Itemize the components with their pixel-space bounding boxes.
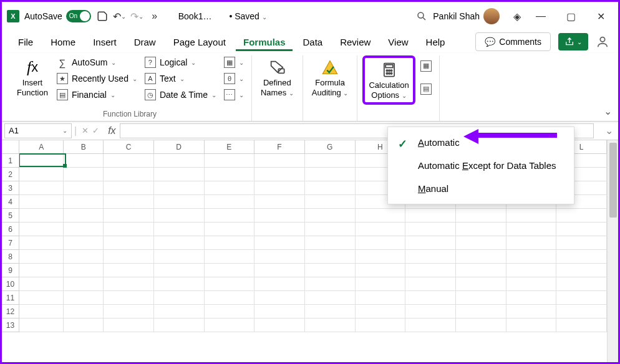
lookup-button[interactable]: ▦⌄ xyxy=(221,55,246,69)
cell[interactable] xyxy=(356,209,406,223)
cell[interactable] xyxy=(104,318,154,332)
cell[interactable] xyxy=(154,277,205,291)
cell[interactable] xyxy=(254,168,305,181)
cell[interactable] xyxy=(205,305,255,318)
cell[interactable] xyxy=(506,305,557,318)
cell[interactable] xyxy=(254,223,305,236)
cell[interactable] xyxy=(64,195,104,209)
cell[interactable] xyxy=(556,209,607,223)
cell[interactable] xyxy=(556,250,607,264)
cell[interactable] xyxy=(64,209,104,223)
cell[interactable] xyxy=(254,195,305,209)
cell[interactable] xyxy=(556,277,607,291)
cell[interactable] xyxy=(205,168,255,181)
saved-status[interactable]: • Saved ⌄ xyxy=(229,11,266,21)
vertical-scrollbar[interactable] xyxy=(607,140,618,362)
cell[interactable] xyxy=(19,305,64,318)
cell[interactable] xyxy=(254,154,305,168)
financial-button[interactable]: ▤Financial ⌄ xyxy=(54,88,140,102)
cell[interactable] xyxy=(154,195,205,209)
redo-icon[interactable]: ↷ ⌄ xyxy=(131,10,143,22)
row-header[interactable]: 5 xyxy=(2,209,19,223)
tab-review[interactable]: Review xyxy=(332,33,378,51)
close-button[interactable]: ✕ xyxy=(588,4,613,29)
cell[interactable] xyxy=(456,291,506,305)
expand-formula-bar-icon[interactable]: ⌄ xyxy=(600,125,618,136)
cell[interactable] xyxy=(19,209,64,223)
cell[interactable] xyxy=(64,181,104,195)
menu-item-automatic[interactable]: Automatic xyxy=(388,131,574,154)
cell[interactable] xyxy=(19,318,64,332)
tab-home[interactable]: Home xyxy=(43,33,83,51)
cell[interactable] xyxy=(305,236,356,250)
cell[interactable] xyxy=(506,264,557,277)
cell[interactable] xyxy=(19,264,64,277)
row-header[interactable]: 10 xyxy=(2,277,19,291)
logical-button[interactable]: ?Logical ⌄ xyxy=(142,55,219,69)
cell[interactable] xyxy=(19,277,64,291)
col-header[interactable]: B xyxy=(64,140,104,154)
tab-page-layout[interactable]: Page Layout xyxy=(166,33,233,51)
cell[interactable] xyxy=(356,318,406,332)
cell[interactable] xyxy=(205,277,255,291)
cell[interactable] xyxy=(254,209,305,223)
minimize-button[interactable]: — xyxy=(528,4,553,29)
cell[interactable] xyxy=(305,264,356,277)
cell[interactable] xyxy=(556,223,607,236)
cell[interactable] xyxy=(104,264,154,277)
search-icon[interactable] xyxy=(415,10,428,22)
cell[interactable] xyxy=(556,318,607,332)
cell[interactable] xyxy=(254,250,305,264)
cell[interactable] xyxy=(456,305,506,318)
cell[interactable] xyxy=(456,318,506,332)
col-header[interactable]: D xyxy=(154,140,205,154)
row-header[interactable]: 8 xyxy=(2,250,19,264)
row-header[interactable]: 7 xyxy=(2,236,19,250)
cell[interactable] xyxy=(305,318,356,332)
cell[interactable] xyxy=(64,168,104,181)
cell[interactable] xyxy=(356,223,406,236)
cell[interactable] xyxy=(506,250,557,264)
cell[interactable] xyxy=(205,195,255,209)
account-button[interactable]: Pankil Shah xyxy=(433,8,500,24)
cell[interactable] xyxy=(254,318,305,332)
tab-view[interactable]: View xyxy=(380,33,415,51)
cell[interactable] xyxy=(405,264,456,277)
cell[interactable] xyxy=(305,277,356,291)
cell[interactable] xyxy=(205,264,255,277)
math-button[interactable]: θ⌄ xyxy=(221,72,246,85)
cell[interactable] xyxy=(154,236,205,250)
cell[interactable] xyxy=(205,236,255,250)
cell[interactable] xyxy=(104,181,154,195)
cell[interactable] xyxy=(254,277,305,291)
cell[interactable] xyxy=(556,305,607,318)
cell[interactable] xyxy=(305,209,356,223)
menu-item-automatic-except[interactable]: Automatic Except for Data Tables xyxy=(388,154,574,177)
cell[interactable] xyxy=(506,209,557,223)
calculation-options-button[interactable]: Calculation Options ⌄ xyxy=(362,55,415,105)
cell[interactable] xyxy=(405,250,456,264)
cell[interactable] xyxy=(305,223,356,236)
cell[interactable] xyxy=(506,223,557,236)
cell[interactable] xyxy=(104,195,154,209)
cell[interactable] xyxy=(205,223,255,236)
cell[interactable] xyxy=(64,250,104,264)
scrollbar-thumb[interactable] xyxy=(609,143,617,218)
cell[interactable] xyxy=(356,236,406,250)
cell[interactable] xyxy=(405,223,456,236)
tab-draw[interactable]: Draw xyxy=(127,33,163,51)
cell[interactable] xyxy=(356,305,406,318)
cell[interactable] xyxy=(405,277,456,291)
cell[interactable] xyxy=(506,236,557,250)
cell[interactable] xyxy=(305,181,356,195)
cell[interactable] xyxy=(405,236,456,250)
defined-names-button[interactable]: Defined Names ⌄ xyxy=(257,55,298,100)
cell[interactable] xyxy=(64,264,104,277)
cell[interactable] xyxy=(104,277,154,291)
fx-icon[interactable]: fx xyxy=(104,125,119,136)
cell[interactable] xyxy=(64,223,104,236)
undo-icon[interactable]: ↶ ⌄ xyxy=(114,10,126,22)
cell[interactable] xyxy=(104,209,154,223)
save-icon[interactable] xyxy=(96,10,109,22)
cell[interactable] xyxy=(104,305,154,318)
